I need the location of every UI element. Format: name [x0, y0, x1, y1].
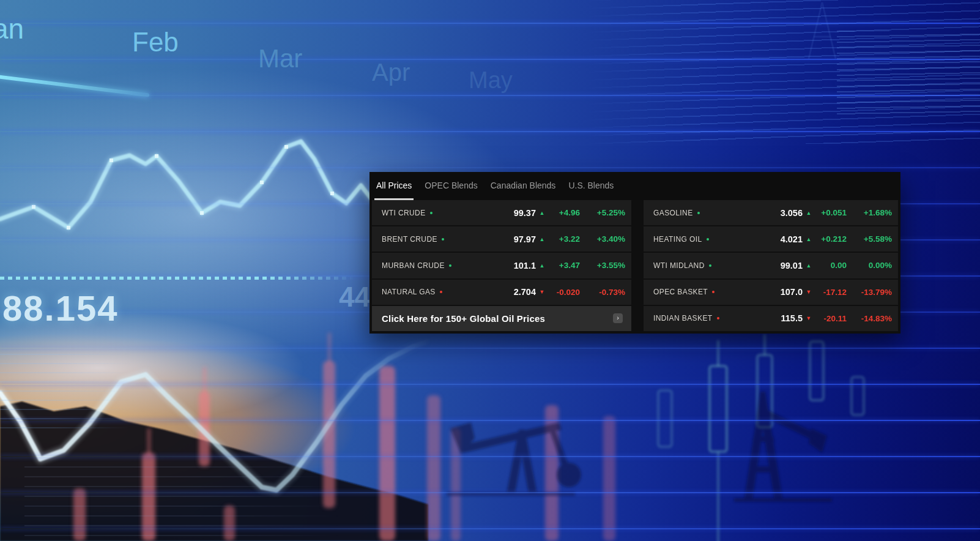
- price-value: 99.01: [767, 261, 803, 270]
- global-oil-prices-link[interactable]: Click Here for 150+ Global Oil Prices›: [372, 306, 631, 331]
- down-arrow-icon: ▼: [803, 315, 815, 321]
- price-watermark: 88.154: [2, 288, 118, 329]
- status-dot-icon: [717, 317, 719, 319]
- change-value: -0.020: [548, 288, 580, 297]
- price-value: 4.021: [767, 234, 803, 244]
- month-label-feb: Feb: [132, 27, 179, 58]
- up-arrow-icon: ▲: [536, 263, 548, 269]
- price-row-wti-midland[interactable]: WTI MIDLAND99.01▲0.000.00%: [644, 253, 898, 278]
- arrow-right-icon[interactable]: ›: [613, 313, 623, 323]
- commodity-label: WTI MIDLAND: [653, 261, 705, 270]
- chart-line-markers: [32, 145, 334, 229]
- commodity-label: NATURAL GAS: [382, 288, 436, 296]
- status-dot-icon: [430, 212, 432, 214]
- change-value: +3.47: [548, 261, 580, 270]
- price-value: 97.97: [500, 234, 536, 244]
- change-percent: -14.83%: [854, 314, 892, 323]
- price-row-heating-oil[interactable]: HEATING OIL4.021▲+0.212+5.58%: [644, 226, 898, 252]
- pump-jack-icon: [447, 422, 581, 496]
- hatch-texture-bottom-left-2: [24, 466, 343, 541]
- change-value: +0.212: [815, 234, 847, 244]
- price-value: 115.5: [767, 313, 803, 323]
- scanline: [0, 420, 980, 421]
- change-percent: -0.73%: [587, 288, 625, 297]
- price-column-left: WTI CRUDE99.37▲+4.96+5.25%BRENT CRUDE97.…: [372, 200, 631, 331]
- status-dot-icon: [442, 238, 444, 241]
- price-row-natural-gas[interactable]: NATURAL GAS2.704▼-0.020-0.73%: [372, 280, 631, 305]
- status-dot-icon: [449, 264, 451, 267]
- price-row-opec-basket[interactable]: OPEC BASKET107.0▼-17.12-13.79%: [644, 280, 898, 305]
- change-percent: +3.40%: [587, 234, 625, 244]
- price-value: 101.1: [500, 261, 536, 270]
- commodity-label: OPEC BASKET: [653, 288, 708, 296]
- price-value: 99.37: [500, 208, 536, 218]
- change-percent: -13.79%: [854, 288, 892, 297]
- status-dot-icon: [440, 291, 442, 293]
- month-label-mar: Mar: [258, 44, 302, 73]
- scanline: [0, 167, 980, 168]
- dotted-level-line: [0, 277, 355, 280]
- price-row-brent-crude[interactable]: BRENT CRUDE97.97▲+3.22+3.40%: [372, 226, 631, 252]
- cyan-line-segment: [0, 75, 149, 97]
- price-row-indian-basket[interactable]: INDIAN BASKET115.5▼-20.11-14.83%: [644, 306, 898, 331]
- month-label-an: an: [0, 12, 24, 45]
- commodity-label: INDIAN BASKET: [653, 314, 713, 323]
- widget-body: WTI CRUDE99.37▲+4.96+5.25%BRENT CRUDE97.…: [369, 200, 900, 334]
- down-arrow-icon: ▼: [536, 289, 548, 295]
- commodity-label: WTI CRUDE: [382, 209, 426, 217]
- change-value: -20.11: [815, 314, 847, 323]
- commodity-label: HEATING OIL: [653, 235, 702, 244]
- price-row-murban-crude[interactable]: MURBAN CRUDE101.1▲+3.47+3.55%: [372, 253, 631, 278]
- down-arrow-icon: ▼: [803, 289, 815, 295]
- up-arrow-icon: ▲: [803, 263, 815, 269]
- scanline: [0, 348, 980, 349]
- widget-tabs: All PricesOPEC BlendsCanadian BlendsU.S.…: [369, 172, 900, 200]
- change-percent: 0.00%: [854, 261, 892, 270]
- change-value: +3.22: [548, 234, 580, 244]
- up-arrow-icon: ▲: [803, 210, 815, 216]
- commodity-label: MURBAN CRUDE: [382, 261, 445, 270]
- global-oil-prices-label: Click Here for 150+ Global Oil Prices: [382, 313, 545, 324]
- tab-opec-blends[interactable]: OPEC Blends: [423, 172, 479, 200]
- chart-line-upper: [0, 141, 372, 229]
- status-dot-icon: [697, 212, 700, 214]
- scanline: [0, 456, 980, 457]
- change-percent: +5.25%: [587, 208, 625, 217]
- candlesticks-teal: [658, 334, 864, 541]
- up-arrow-icon: ▲: [536, 236, 548, 242]
- up-arrow-icon: ▲: [803, 236, 815, 242]
- up-arrow-icon: ▲: [536, 210, 548, 216]
- oil-derrick-icon: [734, 392, 832, 502]
- tab-all-prices[interactable]: All Prices: [374, 172, 414, 200]
- screen: anFebMarAprMay 88.154 44 All PricesOPEC …: [0, 0, 980, 541]
- price-value: 107.0: [767, 287, 803, 297]
- hatch-texture-top-right-dense: [837, 31, 980, 116]
- price-value: 2.704: [500, 287, 536, 297]
- change-percent: +3.55%: [587, 261, 625, 270]
- change-value: -17.12: [815, 288, 847, 297]
- price-watermark-small: 44: [339, 280, 370, 313]
- change-value: 0.00: [815, 261, 847, 270]
- price-row-gasoline[interactable]: GASOLINE3.056▲+0.051+1.68%: [644, 200, 898, 225]
- month-label-apr: Apr: [372, 59, 410, 86]
- price-row-wti-crude[interactable]: WTI CRUDE99.37▲+4.96+5.25%: [372, 200, 631, 225]
- change-value: +0.051: [815, 208, 847, 217]
- price-value: 3.056: [767, 208, 803, 218]
- status-dot-icon: [707, 238, 709, 241]
- change-percent: +1.68%: [854, 208, 892, 217]
- commodity-label: BRENT CRUDE: [382, 235, 437, 244]
- scanline: [0, 384, 980, 385]
- month-label-may: May: [469, 67, 513, 94]
- commodity-label: GASOLINE: [653, 209, 693, 217]
- status-dot-icon: [709, 264, 711, 267]
- tab-canadian-blends[interactable]: Canadian Blends: [489, 172, 558, 200]
- tab-u-s-blends[interactable]: U.S. Blends: [566, 172, 615, 200]
- oil-prices-widget: All PricesOPEC BlendsCanadian BlendsU.S.…: [369, 172, 900, 334]
- price-column-right: GASOLINE3.056▲+0.051+1.68%HEATING OIL4.0…: [644, 200, 898, 331]
- change-value: +4.96: [548, 208, 580, 217]
- hatch-texture-bottom-left: [0, 354, 132, 433]
- status-dot-icon: [712, 291, 715, 293]
- change-percent: +5.58%: [854, 234, 892, 244]
